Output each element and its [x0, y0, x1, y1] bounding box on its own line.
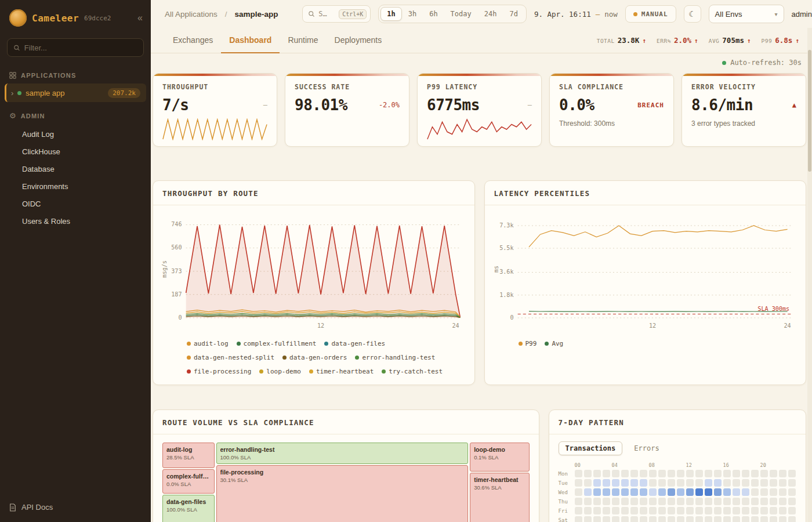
- toggle-errors[interactable]: Errors: [627, 441, 666, 455]
- heatmap-cell: [668, 516, 675, 522]
- sidebar-item-sample-app[interactable]: › sample app 207.2k: [5, 84, 146, 102]
- applications-section-label: APPLICATIONS: [21, 72, 76, 79]
- sidebar-item-environments[interactable]: Environments: [0, 178, 151, 195]
- legend-item-audit-log[interactable]: audit-log: [187, 340, 229, 347]
- legend-item-complex-fulfillment[interactable]: complex-fulfillment: [237, 340, 317, 347]
- tab-deployments[interactable]: Deployments: [327, 28, 390, 53]
- heatmap-cell: [677, 516, 684, 522]
- manual-refresh-button[interactable]: MANUAL: [625, 5, 676, 23]
- heatmap-cell: [612, 507, 619, 514]
- svg-text:5.5k: 5.5k: [499, 245, 513, 251]
- time-range-3h[interactable]: 3h: [402, 7, 423, 21]
- kpi-title: THROUGHPUT: [162, 83, 267, 91]
- breadcrumb-root[interactable]: All Applications: [165, 10, 217, 19]
- heatmap-cell: [603, 516, 610, 522]
- treemap-cell-sla: 100.0% SLA: [220, 454, 465, 461]
- tab-exchanges[interactable]: Exchanges: [165, 28, 221, 53]
- legend-item-Avg[interactable]: Avg: [545, 340, 563, 347]
- sidebar-item-clickhouse[interactable]: ClickHouse: [0, 143, 151, 161]
- time-range-1h[interactable]: 1h: [380, 7, 401, 21]
- heatmap-cell: [742, 498, 749, 505]
- legend-item-data-gen-files[interactable]: data-gen-files: [324, 340, 385, 347]
- heatmap-cell: [779, 507, 786, 514]
- heatmap-cell: [668, 470, 675, 477]
- treemap-cell-data-gen-files[interactable]: data-gen-files100.0% SLA: [162, 495, 215, 522]
- legend-item-error-handling-test[interactable]: error-handling-test: [355, 354, 435, 361]
- sidebar-filter[interactable]: [7, 38, 144, 57]
- treemap-cell-complex-fulfillment[interactable]: complex-fulfillment0.0% SLA: [162, 469, 215, 494]
- sidebar-item-database[interactable]: Database: [0, 161, 151, 178]
- stat-err: ERR% 2.0% ↑: [657, 36, 698, 45]
- tab-runtime[interactable]: Runtime: [280, 28, 326, 53]
- heatmap-cell: [788, 498, 796, 505]
- heatmap-hour-label: 20: [760, 462, 768, 468]
- heatmap-cell: [686, 507, 694, 514]
- scrollbar-thumb[interactable]: [808, 50, 811, 172]
- svg-text:12: 12: [317, 322, 324, 329]
- treemap-cell-error-handling-test[interactable]: error-handling-test100.0% SLA: [216, 443, 469, 464]
- legend-item-data-gen-nested-split[interactable]: data-gen-nested-split: [187, 354, 274, 361]
- svg-text:1.8k: 1.8k: [499, 292, 513, 298]
- panel-title: THROUGHPUT BY ROUTE: [153, 181, 474, 205]
- legend-item-P99[interactable]: P99: [519, 340, 537, 347]
- treemap-cell-name: timer-heartbeat: [474, 476, 525, 483]
- user-menu[interactable]: admin: [792, 10, 812, 19]
- heatmap-cell: [649, 516, 657, 522]
- sidebar-item-oidc[interactable]: OIDC: [0, 195, 151, 213]
- time-range-24h[interactable]: 24h: [478, 7, 503, 21]
- global-search[interactable]: S… Ctrl+K: [302, 5, 371, 23]
- kpi-title: P99 LATENCY: [427, 83, 532, 91]
- pattern-toggle-group: Transactions Errors: [549, 434, 806, 459]
- environment-select[interactable]: All Envs ▾: [709, 5, 784, 23]
- heatmap-cell: [575, 479, 582, 487]
- sidebar-collapse-icon[interactable]: «: [137, 13, 143, 23]
- legend-dot: [519, 342, 523, 346]
- treemap-cell-file-processing[interactable]: file-processing30.1% SLA: [216, 465, 469, 522]
- treemap-cell-sla: 0.0% SLA: [166, 481, 211, 487]
- treemap-cell-loop-demo[interactable]: loop-demo0.1% SLA: [470, 443, 529, 472]
- heatmap-cell: [630, 470, 638, 477]
- route-chart-legend: audit-logcomplex-fulfillmentdata-gen-fil…: [153, 333, 474, 385]
- heatmap-cell: [612, 498, 619, 505]
- heatmap-cell: [751, 507, 759, 514]
- heatmap-cell: [733, 488, 740, 496]
- legend-item-file-processing[interactable]: file-processing: [187, 368, 251, 375]
- toggle-transactions[interactable]: Transactions: [559, 441, 623, 455]
- tab-dashboard[interactable]: Dashboard: [221, 28, 280, 53]
- time-range-today[interactable]: Today: [444, 7, 478, 21]
- heatmap-cell: [640, 488, 647, 496]
- filter-input[interactable]: [24, 44, 137, 52]
- heatmap-cell: [760, 470, 768, 477]
- treemap-cell-timer-heartbeat[interactable]: timer-heartbeat30.6% SLA: [470, 473, 529, 522]
- heatmap-hour-label: 00: [575, 462, 582, 468]
- time-range-6h[interactable]: 6h: [423, 7, 444, 21]
- heatmap-hour-label: 04: [612, 462, 619, 468]
- legend-item-try-catch-test[interactable]: try-catch-test: [382, 368, 443, 375]
- stat-value: 6.8s: [775, 36, 792, 45]
- environment-select-value: All Envs: [715, 10, 742, 19]
- heatmap-cell: [630, 507, 638, 514]
- api-docs-link[interactable]: API Docs: [0, 495, 151, 522]
- scrollbar[interactable]: [807, 28, 812, 522]
- breadcrumb-current: sample-app: [235, 10, 278, 19]
- date-range[interactable]: 9. Apr. 16:11 — now: [534, 10, 618, 19]
- arrow-up-icon: ↑: [694, 37, 698, 45]
- heatmap-cell: [770, 498, 777, 505]
- kpi-title: SLA COMPLIANCE: [559, 83, 664, 91]
- legend-item-timer-heartbeat[interactable]: timer-heartbeat: [309, 368, 374, 375]
- legend-item-data-gen-orders[interactable]: data-gen-orders: [282, 354, 347, 361]
- sidebar-item-users-roles[interactable]: Users & Roles: [0, 213, 151, 230]
- legend-item-loop-demo[interactable]: loop-demo: [259, 368, 301, 375]
- heatmap-cell: [575, 488, 582, 496]
- heatmap-cell: [723, 479, 731, 487]
- time-range-7d[interactable]: 7d: [503, 7, 524, 21]
- sla-treemap: audit-log28.5% SLAerror-handling-test100…: [162, 443, 530, 522]
- legend-dot: [187, 369, 191, 374]
- heatmap-cell: [640, 479, 647, 487]
- sidebar-item-audit-log[interactable]: Audit Log: [0, 126, 151, 143]
- heatmap-cell: [603, 488, 610, 496]
- treemap-cell-audit-log[interactable]: audit-log28.5% SLA: [162, 443, 215, 468]
- treemap-cell-sla: 30.1% SLA: [220, 477, 465, 483]
- heatmap-cell: [612, 479, 619, 487]
- dark-mode-toggle[interactable]: ☾: [684, 5, 701, 23]
